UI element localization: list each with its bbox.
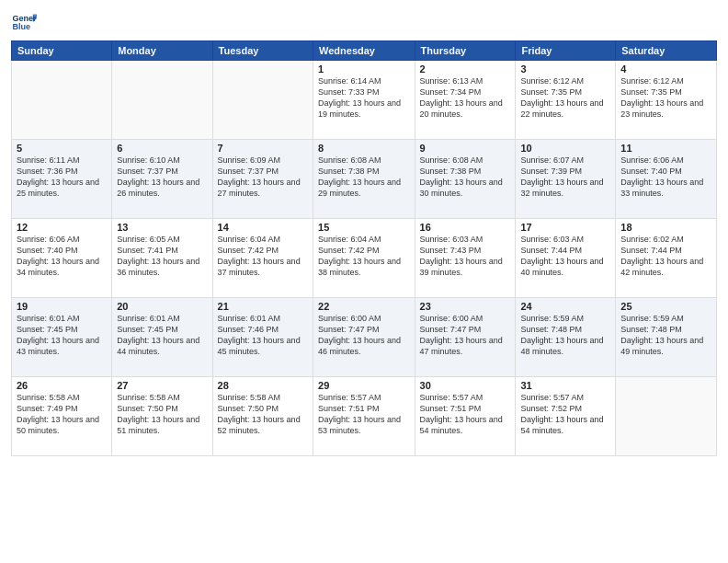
table-row: 13Sunrise: 6:05 AM Sunset: 7:41 PM Dayli… xyxy=(112,219,212,298)
header-thursday: Thursday xyxy=(415,41,516,61)
day-info: Sunrise: 6:01 AM Sunset: 7:45 PM Dayligh… xyxy=(117,313,207,358)
header-wednesday: Wednesday xyxy=(313,41,415,61)
day-number: 3 xyxy=(520,63,610,75)
table-row: 7Sunrise: 6:09 AM Sunset: 7:37 PM Daylig… xyxy=(212,140,313,219)
day-number: 8 xyxy=(318,143,410,154)
table-row: 14Sunrise: 6:04 AM Sunset: 7:42 PM Dayli… xyxy=(212,219,313,298)
header-tuesday: Tuesday xyxy=(212,41,313,61)
table-row: 18Sunrise: 6:02 AM Sunset: 7:44 PM Dayli… xyxy=(616,219,717,298)
table-row: 31Sunrise: 5:57 AM Sunset: 7:52 PM Dayli… xyxy=(516,377,616,456)
logo: General Blue xyxy=(11,9,40,35)
page-container: General Blue Sunday Monday Tuesday Wedne… xyxy=(0,0,728,563)
day-number: 2 xyxy=(420,63,511,75)
day-number: 5 xyxy=(17,143,107,154)
day-info: Sunrise: 6:02 AM Sunset: 7:44 PM Dayligh… xyxy=(620,234,711,279)
day-number: 6 xyxy=(117,143,207,154)
day-number: 14 xyxy=(218,222,308,233)
table-row: 29Sunrise: 5:57 AM Sunset: 7:51 PM Dayli… xyxy=(313,377,415,456)
day-number: 19 xyxy=(17,301,107,312)
table-row: 28Sunrise: 5:58 AM Sunset: 7:50 PM Dayli… xyxy=(212,377,313,456)
day-number: 22 xyxy=(318,301,410,312)
table-row: 12Sunrise: 6:06 AM Sunset: 7:40 PM Dayli… xyxy=(12,219,112,298)
table-row: 26Sunrise: 5:58 AM Sunset: 7:49 PM Dayli… xyxy=(12,377,112,456)
day-number: 4 xyxy=(620,63,711,75)
day-info: Sunrise: 6:01 AM Sunset: 7:45 PM Dayligh… xyxy=(17,313,107,358)
table-row: 11Sunrise: 6:06 AM Sunset: 7:40 PM Dayli… xyxy=(616,140,717,219)
day-info: Sunrise: 6:03 AM Sunset: 7:43 PM Dayligh… xyxy=(420,234,511,279)
day-number: 23 xyxy=(420,301,511,312)
table-row: 21Sunrise: 6:01 AM Sunset: 7:46 PM Dayli… xyxy=(212,298,313,377)
day-info: Sunrise: 6:01 AM Sunset: 7:46 PM Dayligh… xyxy=(218,313,308,358)
day-number: 26 xyxy=(17,380,107,391)
day-info: Sunrise: 6:06 AM Sunset: 7:40 PM Dayligh… xyxy=(620,155,711,200)
table-row: 4Sunrise: 6:12 AM Sunset: 7:35 PM Daylig… xyxy=(616,61,717,140)
header-monday: Monday xyxy=(112,41,212,61)
day-number: 29 xyxy=(318,380,410,391)
day-info: Sunrise: 6:07 AM Sunset: 7:39 PM Dayligh… xyxy=(520,155,610,200)
header: General Blue xyxy=(11,9,717,35)
day-info: Sunrise: 6:13 AM Sunset: 7:34 PM Dayligh… xyxy=(420,75,511,121)
day-info: Sunrise: 6:08 AM Sunset: 7:38 PM Dayligh… xyxy=(420,155,511,200)
calendar-week-row: 12Sunrise: 6:06 AM Sunset: 7:40 PM Dayli… xyxy=(12,219,717,298)
day-number: 17 xyxy=(520,222,610,233)
table-row: 22Sunrise: 6:00 AM Sunset: 7:47 PM Dayli… xyxy=(313,298,415,377)
table-row: 24Sunrise: 5:59 AM Sunset: 7:48 PM Dayli… xyxy=(516,298,616,377)
day-number: 12 xyxy=(17,222,107,233)
day-number: 13 xyxy=(117,222,207,233)
day-number: 28 xyxy=(218,380,308,391)
table-row: 1Sunrise: 6:14 AM Sunset: 7:33 PM Daylig… xyxy=(313,61,415,140)
day-info: Sunrise: 6:04 AM Sunset: 7:42 PM Dayligh… xyxy=(318,234,410,279)
day-number: 18 xyxy=(620,222,711,233)
header-saturday: Saturday xyxy=(616,41,717,61)
day-info: Sunrise: 6:06 AM Sunset: 7:40 PM Dayligh… xyxy=(17,234,107,279)
calendar-week-row: 5Sunrise: 6:11 AM Sunset: 7:36 PM Daylig… xyxy=(12,140,717,219)
table-row xyxy=(12,61,112,140)
table-row xyxy=(616,377,717,456)
table-row: 20Sunrise: 6:01 AM Sunset: 7:45 PM Dayli… xyxy=(112,298,212,377)
table-row: 8Sunrise: 6:08 AM Sunset: 7:38 PM Daylig… xyxy=(313,140,415,219)
day-number: 31 xyxy=(520,380,610,391)
day-info: Sunrise: 6:00 AM Sunset: 7:47 PM Dayligh… xyxy=(318,313,410,358)
table-row: 9Sunrise: 6:08 AM Sunset: 7:38 PM Daylig… xyxy=(415,140,516,219)
day-number: 30 xyxy=(420,380,511,391)
day-info: Sunrise: 5:57 AM Sunset: 7:51 PM Dayligh… xyxy=(420,392,511,437)
day-info: Sunrise: 6:12 AM Sunset: 7:35 PM Dayligh… xyxy=(620,75,711,121)
day-info: Sunrise: 5:59 AM Sunset: 7:48 PM Dayligh… xyxy=(620,313,711,358)
table-row: 6Sunrise: 6:10 AM Sunset: 7:37 PM Daylig… xyxy=(112,140,212,219)
day-info: Sunrise: 6:14 AM Sunset: 7:33 PM Dayligh… xyxy=(318,75,410,121)
table-row: 3Sunrise: 6:12 AM Sunset: 7:35 PM Daylig… xyxy=(516,61,616,140)
table-row: 16Sunrise: 6:03 AM Sunset: 7:43 PM Dayli… xyxy=(415,219,516,298)
table-row xyxy=(212,61,313,140)
day-info: Sunrise: 6:12 AM Sunset: 7:35 PM Dayligh… xyxy=(520,75,610,121)
day-number: 7 xyxy=(218,143,308,154)
day-info: Sunrise: 5:58 AM Sunset: 7:50 PM Dayligh… xyxy=(117,392,207,437)
day-number: 10 xyxy=(520,143,610,154)
calendar-table: Sunday Monday Tuesday Wednesday Thursday… xyxy=(11,40,717,456)
table-row: 5Sunrise: 6:11 AM Sunset: 7:36 PM Daylig… xyxy=(12,140,112,219)
day-number: 1 xyxy=(318,63,410,75)
table-row xyxy=(112,61,212,140)
table-row: 30Sunrise: 5:57 AM Sunset: 7:51 PM Dayli… xyxy=(415,377,516,456)
day-info: Sunrise: 6:04 AM Sunset: 7:42 PM Dayligh… xyxy=(218,234,308,279)
day-info: Sunrise: 6:05 AM Sunset: 7:41 PM Dayligh… xyxy=(117,234,207,279)
day-info: Sunrise: 6:08 AM Sunset: 7:38 PM Dayligh… xyxy=(318,155,410,200)
table-row: 10Sunrise: 6:07 AM Sunset: 7:39 PM Dayli… xyxy=(516,140,616,219)
day-number: 9 xyxy=(420,143,511,154)
svg-text:Blue: Blue xyxy=(12,22,30,31)
table-row: 2Sunrise: 6:13 AM Sunset: 7:34 PM Daylig… xyxy=(415,61,516,140)
table-row: 23Sunrise: 6:00 AM Sunset: 7:47 PM Dayli… xyxy=(415,298,516,377)
calendar-week-row: 19Sunrise: 6:01 AM Sunset: 7:45 PM Dayli… xyxy=(12,298,717,377)
day-number: 25 xyxy=(620,301,711,312)
calendar-week-row: 26Sunrise: 5:58 AM Sunset: 7:49 PM Dayli… xyxy=(12,377,717,456)
day-info: Sunrise: 6:10 AM Sunset: 7:37 PM Dayligh… xyxy=(117,155,207,200)
day-info: Sunrise: 5:58 AM Sunset: 7:49 PM Dayligh… xyxy=(17,392,107,437)
day-info: Sunrise: 6:00 AM Sunset: 7:47 PM Dayligh… xyxy=(420,313,511,358)
header-sunday: Sunday xyxy=(12,41,112,61)
calendar-week-row: 1Sunrise: 6:14 AM Sunset: 7:33 PM Daylig… xyxy=(12,61,717,140)
day-info: Sunrise: 5:57 AM Sunset: 7:51 PM Dayligh… xyxy=(318,392,410,437)
day-number: 20 xyxy=(117,301,207,312)
logo-icon: General Blue xyxy=(11,9,37,35)
table-row: 17Sunrise: 6:03 AM Sunset: 7:44 PM Dayli… xyxy=(516,219,616,298)
table-row: 27Sunrise: 5:58 AM Sunset: 7:50 PM Dayli… xyxy=(112,377,212,456)
day-info: Sunrise: 6:09 AM Sunset: 7:37 PM Dayligh… xyxy=(218,155,308,200)
